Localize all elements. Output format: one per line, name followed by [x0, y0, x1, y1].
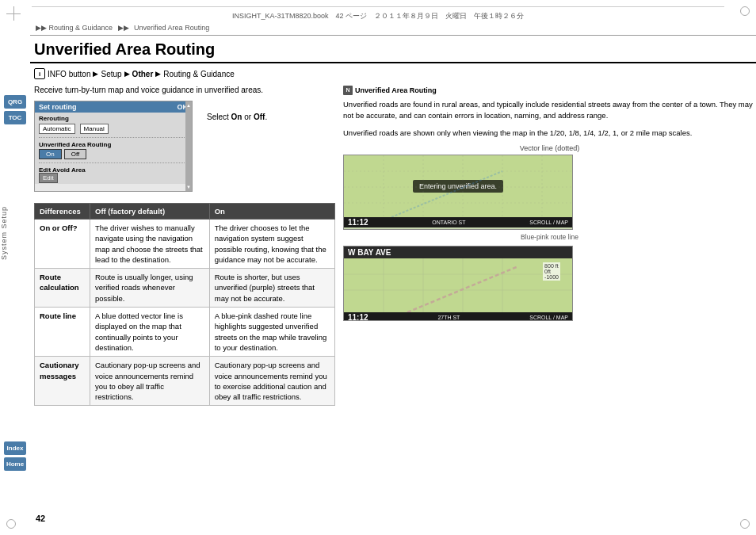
file-info-bar: INSIGHT_KA-31TM8820.book 42 ページ ２０１１年８月９…	[32, 6, 724, 22]
map2-footer: 11:12 27TH ST SCROLL / MAP	[344, 312, 572, 321]
edit-avoid-label: Edit Avoid Area	[39, 166, 188, 174]
info-line: i INFO button ▶ Setup ▶ Other ▶ Routing …	[30, 68, 756, 79]
diff-off-0: The driver wishes to manually navigate u…	[90, 220, 210, 269]
diff-label-0: On or Off?	[35, 220, 90, 269]
map1-footer-street: ONTARIO ST	[432, 220, 465, 225]
table-row: Route line A blue dotted vector line is …	[35, 308, 335, 357]
col-header-differences: Differences	[35, 204, 90, 220]
off-btn[interactable]: Off	[64, 149, 87, 159]
select-period: .	[265, 113, 267, 121]
sidebar-btn-qrg[interactable]: QRG	[4, 95, 26, 109]
diff-label-3: Cautionary messages	[35, 357, 90, 406]
col-header-on: On	[209, 204, 334, 220]
divider-2	[39, 162, 188, 163]
two-col-layout: Receive turn-by-turn map and voice guida…	[30, 86, 756, 406]
scroll-down-icon[interactable]: ▼	[186, 185, 191, 189]
sidebar-bottom-buttons: Index Home	[4, 441, 26, 472]
right-section-title: N Unverified Area Routing	[343, 86, 756, 95]
nav-rerouting-row: Rerouting	[39, 115, 188, 122]
map2-header-street: W BAY AVE	[348, 248, 391, 257]
map1-footer-time: 11:12	[348, 218, 368, 227]
right-para-1: Unverified roads are found in rural area…	[343, 99, 756, 121]
scroll-bar[interactable]: ▲ ▼	[185, 101, 192, 191]
divider-1	[39, 137, 188, 138]
table-header: Differences Off (factory default) On	[35, 204, 335, 220]
sidebar-btn-home[interactable]: Home	[4, 457, 26, 471]
sidebar-system-setup-label: System Setup	[0, 206, 22, 260]
sidebar-btn-index[interactable]: Index	[4, 441, 26, 455]
edit-btn[interactable]: Edit	[39, 173, 58, 183]
receive-text: Receive turn-by-turn map and voice guida…	[34, 86, 335, 94]
file-info-text: INSIGHT_KA-31TM8820.book 42 ページ ２０１１年８月９…	[232, 11, 524, 21]
arrow-3: ▶	[155, 70, 161, 78]
col-header-off: Off (factory default)	[90, 204, 210, 220]
map1-caption: Vector line (dotted)	[343, 144, 756, 152]
page-title: Unverified Area Routing	[30, 40, 756, 63]
breadcrumb-unverified: Unverified Area Routing	[134, 24, 209, 32]
diff-off-3: Cautionary pop-up screens and voice anno…	[90, 357, 210, 406]
info-step-routing: Routing & Guidance	[163, 70, 235, 78]
diff-on-0: The driver chooses to let the navigation…	[209, 220, 334, 269]
map1-image: Entering unverified area. 11:12 ONTARIO …	[343, 155, 573, 230]
info-step-setup: Setup	[101, 70, 121, 78]
diff-on-1: Route is shorter, but uses unverified (p…	[209, 269, 334, 308]
map1-grid	[344, 155, 572, 217]
map1-footer: 11:12 ONTARIO ST SCROLL / MAP	[344, 217, 572, 227]
screenshot-area: Set routing OK Rerouting Automatic Manua…	[34, 101, 335, 198]
map2-footer-street: 27TH ST	[437, 315, 460, 320]
info-button-label: INFO button	[48, 70, 90, 78]
map2-distance-marker: 800 ft 0ft -1000	[543, 262, 560, 281]
map2-image: W BAY AVE 8	[343, 246, 573, 321]
arrow-1: ▶	[93, 70, 98, 78]
select-off: Off	[254, 113, 265, 121]
left-sidebar: QRG TOC System Setup Index Home	[0, 0, 30, 535]
main-content: ▶▶ Routing & Guidance ▶▶ Unverified Area…	[30, 24, 756, 535]
info-icon: i	[34, 68, 45, 79]
map1-content: Entering unverified area.	[344, 155, 572, 217]
sidebar-btn-toc[interactable]: TOC	[4, 111, 26, 124]
breadcrumb-routing: ▶▶ Routing & Guidance	[36, 24, 113, 32]
breadcrumb-sep: ▶▶	[118, 24, 129, 32]
map2-footer-time: 11:12	[348, 313, 368, 321]
select-text: Select On or Off.	[207, 113, 267, 198]
map2-header: W BAY AVE	[344, 246, 572, 258]
map2-footer-right: SCROLL / MAP	[529, 315, 568, 320]
breadcrumb: ▶▶ Routing & Guidance ▶▶ Unverified Area…	[30, 24, 756, 36]
right-section-icon: N	[343, 86, 353, 95]
nav-screenshot-body: Rerouting Automatic Manual Unverified Ar…	[35, 113, 192, 184]
page-number: 42	[36, 514, 45, 523]
right-section-title-text: Unverified Area Routing	[355, 86, 437, 94]
table-header-row: Differences Off (factory default) On	[35, 204, 335, 220]
differences-table: Differences Off (factory default) On On …	[34, 203, 335, 406]
diff-label-1: Route calculation	[35, 269, 90, 308]
nav-screenshot-header: Set routing OK	[35, 101, 192, 113]
nav-auto-manual-row: Automatic Manual	[39, 124, 188, 134]
table-row: Route calculation Route is usually longe…	[35, 269, 335, 308]
nav-automatic[interactable]: Automatic	[39, 124, 75, 134]
right-column: N Unverified Area Routing Unverified roa…	[343, 86, 756, 406]
diff-on-2: A blue-pink dashed route line highlights…	[209, 308, 334, 357]
scroll-up-icon[interactable]: ▲	[186, 103, 191, 108]
table-row: Cautionary messages Cautionary pop-up sc…	[35, 357, 335, 406]
corner-mark-tr	[740, 6, 750, 16]
select-on: On	[231, 113, 242, 121]
select-label: Select	[207, 113, 231, 121]
map2-caption: Blue-pink route line	[343, 233, 756, 241]
diff-off-2: A blue dotted vector line is displayed o…	[90, 308, 210, 357]
map2-grid	[344, 258, 572, 312]
nav-rerouting-label: Rerouting	[39, 115, 69, 122]
select-or: or	[244, 113, 254, 121]
unverified-label: Unverified Area Routing	[39, 141, 188, 148]
on-off-row: On Off	[39, 149, 188, 159]
nav-manual[interactable]: Manual	[80, 124, 109, 134]
info-step-other: Other	[132, 70, 154, 78]
map2-content: 800 ft 0ft -1000	[344, 258, 572, 312]
map1-footer-right: SCROLL / MAP	[529, 220, 568, 225]
left-column: Receive turn-by-turn map and voice guida…	[34, 86, 335, 406]
diff-label-2: Route line	[35, 308, 90, 357]
on-btn[interactable]: On	[39, 149, 62, 159]
right-para-2: Unverified roads are shown only when vie…	[343, 128, 756, 139]
svg-line-8	[391, 171, 502, 217]
diff-off-1: Route is usually longer, using verified …	[90, 269, 210, 308]
diff-on-3: Cautionary pop-up screens and voice anno…	[209, 357, 334, 406]
